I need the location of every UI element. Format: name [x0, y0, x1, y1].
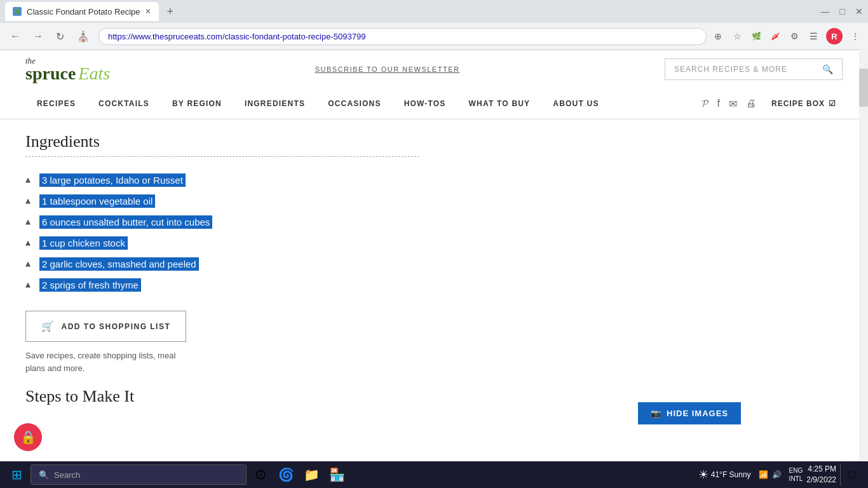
- new-tab-button[interactable]: +: [161, 5, 179, 18]
- close-button[interactable]: ✕: [855, 6, 863, 17]
- nav-item-occasions[interactable]: OCCASIONS: [316, 88, 392, 119]
- tab-close-button[interactable]: ✕: [145, 7, 151, 16]
- list-item: 1 tablespoon vegetable oil: [25, 191, 419, 212]
- ingredient-text: 1 tablespoon vegetable oil: [39, 194, 155, 208]
- ingredient-text: 6 ounces unsalted butter, cut into cubes: [39, 215, 212, 229]
- weather-text: 41°F Sunny: [711, 470, 751, 479]
- logo-eats-text: Eats: [78, 65, 110, 83]
- taskbar-app-edge[interactable]: 🌀: [275, 463, 297, 486]
- browser-toolbar: ← → ↻ ⛪ https://www.thespruceeats.com/cl…: [0, 23, 868, 50]
- bullet-icon: [25, 199, 31, 204]
- reload-button[interactable]: ↻: [52, 29, 68, 44]
- ext2-icon[interactable]: 🌶: [769, 30, 782, 43]
- windows-logo-icon: ⊞: [11, 467, 22, 482]
- pinterest-icon[interactable]: 𝓟: [702, 98, 709, 109]
- nav-social-icons: 𝓟 f ✉ 🖨 RECIPE BOX ☑: [702, 98, 843, 110]
- tab-favicon: 🌿: [13, 7, 22, 16]
- ingredient-text: 3 large potatoes, Idaho or Russet: [39, 173, 186, 187]
- nav-item-what-to-buy[interactable]: WHAT TO BUY: [458, 88, 542, 119]
- taskbar-search-placeholder: Search: [54, 470, 80, 480]
- camera-icon: 📷: [651, 409, 661, 418]
- search-icon[interactable]: 🔍: [822, 64, 833, 74]
- list-item: 6 ounces unsalted butter, cut into cubes: [25, 212, 419, 233]
- newsletter-link[interactable]: SUBSCRIBE TO OUR NEWSLETTER: [315, 65, 460, 73]
- nav-item-recipes[interactable]: RECIPES: [25, 88, 87, 119]
- extensions-icon[interactable]: ⊕: [712, 30, 724, 43]
- bullet-icon: [25, 241, 31, 246]
- toolbar-icons: ⊕ ☆ 🌿 🌶 ⚙ ☰ R ⋮: [712, 28, 862, 44]
- nav-item-about-us[interactable]: ABOUT US: [541, 88, 610, 119]
- add-to-list-label: ADD TO SHOPPING LIST: [62, 322, 171, 331]
- system-tray: 📶 🔊: [755, 470, 785, 479]
- site-logo[interactable]: the spruce Eats: [25, 57, 110, 83]
- hide-images-button[interactable]: 📷 HIDE IMAGES: [638, 402, 741, 424]
- taskbar-app-files[interactable]: 📁: [300, 463, 323, 486]
- taskbar-app-store[interactable]: 🏪: [325, 463, 348, 486]
- lock-icon: 🔒: [20, 430, 36, 445]
- browser-chrome: 🌿 Classic Fondant Potato Recipe ✕ + — □ …: [0, 0, 868, 50]
- scrollbar-thumb[interactable]: [859, 69, 868, 107]
- email-icon[interactable]: ✉: [729, 98, 737, 110]
- steps-title: Steps to Make It: [25, 387, 419, 406]
- profile-avatar[interactable]: R: [826, 28, 843, 44]
- start-button[interactable]: ⊞: [5, 463, 28, 486]
- nav-item-ingredients[interactable]: INGREDIENTS: [233, 88, 316, 119]
- taskbar-app-cortana[interactable]: ⊙: [249, 463, 272, 486]
- recipe-box-label: RECIPE BOX: [771, 99, 825, 108]
- ingredient-text: 2 garlic cloves, smashed and peeled: [39, 257, 199, 271]
- save-info-text: Save recipes, create shopping lists, mea…: [25, 349, 191, 374]
- search-placeholder: SEARCH RECIPES & MORE: [674, 65, 817, 74]
- taskbar-search-icon: 🔍: [39, 470, 49, 480]
- network-icon[interactable]: 📶: [759, 470, 768, 479]
- home-button[interactable]: ⛪: [73, 29, 93, 44]
- browser-title-bar: 🌿 Classic Fondant Potato Recipe ✕ + — □ …: [0, 0, 868, 23]
- ext3-icon[interactable]: ⚙: [788, 30, 801, 43]
- list-item: 2 sprigs of fresh thyme: [25, 274, 419, 295]
- ingredient-text: 2 sprigs of fresh thyme: [39, 278, 141, 292]
- minimize-button[interactable]: —: [821, 6, 830, 17]
- page-content: Ingredients 3 large potatoes, Idaho or R…: [0, 119, 868, 488]
- nav-item-by-region[interactable]: BY REGION: [161, 88, 233, 119]
- bookmark-icon[interactable]: ☆: [731, 30, 743, 43]
- clock: 4:25 PM 2/9/2022: [806, 464, 836, 485]
- recipe-box-button[interactable]: RECIPE BOX ☑: [765, 99, 843, 108]
- language-indicator: ENGINTL: [789, 466, 803, 483]
- address-url: https://www.thespruceeats.com/classic-fo…: [108, 32, 697, 41]
- restore-button[interactable]: □: [840, 6, 845, 17]
- lock-button[interactable]: 🔒: [14, 423, 42, 451]
- more-options-icon[interactable]: ⋮: [849, 30, 862, 43]
- list-item: 1 cup chicken stock: [25, 233, 419, 254]
- list-item: 3 large potatoes, Idaho or Russet: [25, 170, 419, 191]
- tab-title: Classic Fondant Potato Recipe: [27, 7, 140, 17]
- site-header: the spruce Eats SUBSCRIBE TO OUR NEWSLET…: [0, 50, 868, 119]
- facebook-icon[interactable]: f: [717, 98, 720, 109]
- site-search-box[interactable]: SEARCH RECIPES & MORE 🔍: [665, 58, 843, 80]
- add-to-shopping-list-button[interactable]: 🛒 ADD TO SHOPPING LIST: [25, 311, 186, 342]
- bullet-icon: [25, 178, 31, 183]
- time-display: 4:25 PM: [806, 464, 836, 475]
- taskbar-search-box[interactable]: 🔍 Search: [31, 464, 247, 485]
- ext4-icon[interactable]: ☰: [807, 30, 820, 43]
- forward-button[interactable]: →: [29, 29, 47, 43]
- nav-item-how-tos[interactable]: HOW-TOS: [393, 88, 458, 119]
- address-bar[interactable]: https://www.thespruceeats.com/classic-fo…: [98, 28, 707, 45]
- back-button[interactable]: ←: [6, 29, 24, 43]
- date-display: 2/9/2022: [806, 475, 836, 485]
- recipe-box-icon: ☑: [829, 99, 836, 108]
- weather-icon: ☀: [698, 468, 709, 482]
- logo-spruce-eats: spruce Eats: [25, 65, 110, 83]
- ingredients-divider: [25, 156, 419, 157]
- print-icon[interactable]: 🖨: [746, 98, 756, 109]
- volume-icon[interactable]: 🔊: [772, 470, 782, 479]
- site-navigation: RECIPES COCKTAILS BY REGION INGREDIENTS …: [25, 88, 843, 119]
- bullet-icon: [25, 283, 31, 288]
- bullet-icon: [25, 262, 31, 267]
- lang-text: ENGINTL: [789, 466, 803, 483]
- browser-tab[interactable]: 🌿 Classic Fondant Potato Recipe ✕: [5, 2, 159, 21]
- scrollbar-track[interactable]: [859, 50, 868, 461]
- bullet-icon: [25, 220, 31, 225]
- spruce-ext-icon[interactable]: 🌿: [750, 30, 763, 43]
- show-desktop-button[interactable]: □: [840, 463, 863, 486]
- nav-item-cocktails[interactable]: COCKTAILS: [87, 88, 161, 119]
- weather-widget: ☀ 41°F Sunny: [698, 468, 751, 482]
